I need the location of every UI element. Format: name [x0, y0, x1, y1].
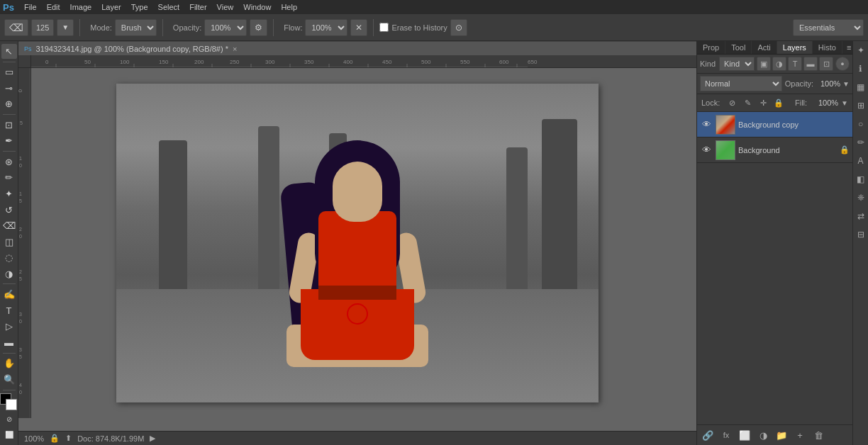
hand-tool[interactable]: ✋	[1, 356, 17, 371]
menu-window[interactable]: Window	[239, 2, 275, 12]
shape-tool[interactable]: ▬	[1, 335, 17, 350]
erase-to-history-label[interactable]: Erase to History	[379, 23, 447, 32]
filter-type-dropdown[interactable]: Kind	[719, 57, 755, 71]
clone-stamp-tool[interactable]: ✦	[1, 186, 17, 201]
panel-star-icon[interactable]: ✦	[855, 44, 867, 57]
menu-help[interactable]: Help	[277, 2, 301, 12]
lock-all-btn[interactable]: 🔒	[772, 96, 785, 109]
blend-mode-dropdown[interactable]: Normal	[700, 76, 782, 91]
menu-view[interactable]: View	[213, 2, 238, 12]
layer-item-bg-copy[interactable]: 👁 Background copy	[697, 112, 852, 137]
link-layers-btn[interactable]: 🔗	[700, 427, 716, 443]
new-layer-btn[interactable]: +	[792, 427, 808, 443]
eyedropper-tool[interactable]: ✒	[1, 134, 17, 149]
lasso-tool[interactable]: ⊸	[1, 81, 17, 96]
opacity-value[interactable]: 100%	[816, 79, 840, 88]
eraser-tool[interactable]: ⌫	[1, 218, 17, 233]
panel-arrow-icon[interactable]: ⇄	[855, 210, 867, 222]
dodge-tool[interactable]: ◑	[1, 266, 17, 281]
blur-tool[interactable]: ◌	[1, 250, 17, 265]
filter-pixel-icon[interactable]: ▣	[757, 57, 771, 71]
menu-filter[interactable]: Filter	[185, 2, 211, 12]
flow-icon-btn[interactable]: ✕	[350, 19, 367, 36]
gradient-tool[interactable]: ◫	[1, 235, 17, 249]
document-canvas[interactable]	[116, 84, 599, 402]
svg-text:0: 0	[18, 89, 23, 93]
panel-brush-icon[interactable]: ✏	[855, 136, 867, 149]
type-tool[interactable]: T	[1, 303, 17, 318]
brush-preset-btn[interactable]: ▼	[57, 19, 74, 36]
menu-select[interactable]: Select	[154, 2, 184, 12]
brush-tool[interactable]: ✏	[1, 171, 17, 186]
opacity-arrow[interactable]: ▼	[842, 80, 850, 88]
flow-dropdown[interactable]: 100%	[305, 19, 347, 36]
filter-type-icon[interactable]: T	[788, 57, 802, 71]
adjustment-btn[interactable]: ◑	[755, 427, 771, 443]
brush-size-btn[interactable]: 125	[31, 19, 54, 36]
panel-info-icon[interactable]: ℹ	[855, 62, 867, 75]
svg-text:400: 400	[343, 59, 353, 65]
mode-dropdown[interactable]: Brush	[115, 19, 157, 36]
lock-move-btn[interactable]: ✛	[757, 96, 769, 109]
layer-item-bg[interactable]: 👁 Background 🔒	[697, 137, 852, 163]
fill-arrow[interactable]: ▼	[841, 99, 848, 107]
quick-select-tool[interactable]: ⊕	[1, 97, 17, 112]
quick-mask-tool[interactable]: ⊘	[1, 412, 17, 427]
filter-adj-icon[interactable]: ◑	[772, 57, 786, 71]
zoom-tool[interactable]: 🔍	[1, 372, 17, 387]
tab-tool[interactable]: Tool	[725, 41, 752, 54]
fx-btn[interactable]: fx	[718, 427, 734, 443]
move-tool[interactable]: ↖	[1, 44, 17, 59]
filter-smart-icon[interactable]: ⊡	[819, 57, 833, 71]
screen-mode-tool[interactable]: ⬜	[1, 427, 17, 442]
color-swatches[interactable]	[0, 393, 18, 410]
panel-grid2-icon[interactable]: ⊟	[855, 228, 867, 241]
doc-close-btn[interactable]: ×	[233, 45, 237, 53]
svg-text:1: 1	[19, 191, 22, 196]
menu-file[interactable]: File	[20, 2, 41, 12]
panel-circle-icon[interactable]: ○	[855, 118, 867, 130]
panel-clone-icon[interactable]: ❈	[855, 191, 867, 204]
separator-4	[373, 19, 374, 36]
background-color[interactable]	[6, 399, 17, 410]
mask-btn[interactable]: ⬜	[737, 427, 752, 443]
essentials-dropdown[interactable]: Essentials	[793, 19, 864, 36]
panel-text-icon[interactable]: A	[855, 154, 867, 167]
delete-layer-btn[interactable]: 🗑	[811, 427, 826, 443]
svg-text:0: 0	[45, 59, 49, 65]
marquee-tool[interactable]: ▭	[1, 64, 17, 79]
lock-pixels-btn[interactable]: ⊘	[725, 96, 738, 109]
eraser-tool-btn[interactable]: ⌫	[4, 19, 28, 36]
erase-to-history-checkbox[interactable]	[379, 23, 389, 32]
menu-image[interactable]: Image	[66, 2, 96, 12]
spray-icon-btn[interactable]: ⊙	[450, 19, 467, 36]
menu-edit[interactable]: Edit	[43, 2, 65, 12]
healing-brush-tool[interactable]: ⊛	[1, 154, 17, 169]
menu-bar: Ps File Edit Image Layer Type Select Fil…	[0, 0, 868, 14]
history-brush-tool[interactable]: ↺	[1, 203, 17, 218]
path-select-tool[interactable]: ▷	[1, 320, 17, 334]
panel-grid-icon[interactable]: ⊞	[855, 99, 867, 112]
filter-shape-icon[interactable]: ▬	[803, 57, 818, 71]
progress-btn[interactable]: ▶	[150, 434, 155, 443]
panel-adjust-icon[interactable]: ◧	[855, 173, 867, 186]
tab-layers[interactable]: Layers	[777, 41, 813, 54]
menu-layer[interactable]: Layer	[97, 2, 126, 12]
tab-histo[interactable]: Histo	[813, 41, 842, 54]
layer-vis-bg-copy[interactable]: 👁	[700, 118, 713, 131]
opacity-icon-btn[interactable]: ⚙	[250, 19, 267, 36]
tab-prop[interactable]: Prop	[697, 41, 725, 54]
canvas-content[interactable]	[31, 68, 684, 418]
layer-vis-bg[interactable]: 👁	[700, 144, 713, 157]
tab-acti[interactable]: Acti	[752, 41, 777, 54]
menu-type[interactable]: Type	[127, 2, 152, 12]
crop-tool[interactable]: ⊡	[1, 118, 17, 133]
svg-text:2: 2	[19, 227, 22, 232]
opacity-dropdown[interactable]: 100%	[204, 19, 247, 36]
lock-position-btn[interactable]: ✎	[741, 96, 754, 109]
group-btn[interactable]: 📁	[774, 427, 789, 443]
filter-toggle[interactable]: ●	[835, 57, 850, 71]
panel-histogram-icon[interactable]: ▦	[855, 81, 867, 94]
pen-tool[interactable]: ✍	[1, 287, 17, 302]
fill-value[interactable]: 100%	[810, 98, 838, 107]
